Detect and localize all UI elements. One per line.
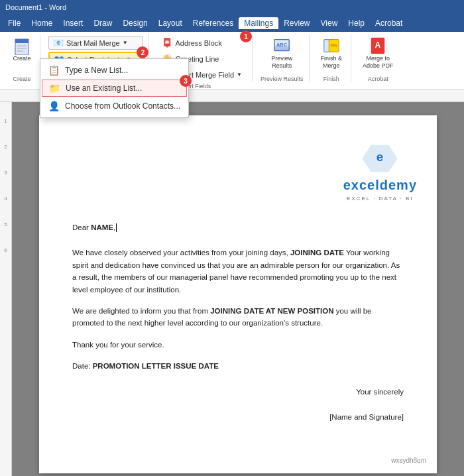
badge-3: 3 <box>180 75 192 87</box>
create-group-label: Create <box>13 76 30 82</box>
left-ruler: 1 2 3 4 5 6 <box>0 102 12 476</box>
finish-group-label: Finish <box>323 76 339 82</box>
closing-1: Your sincerely <box>72 386 404 398</box>
ribbon-group-acrobat: A Merge toAdobe PDF Acrobat <box>354 34 402 82</box>
menu-view[interactable]: View <box>316 17 343 29</box>
preview-icon: ABC <box>272 36 291 55</box>
menu-mailings[interactable]: Mailings <box>239 17 278 29</box>
start-mail-merge-button[interactable]: 📧 Start Mail Merge ▼ <box>48 36 143 50</box>
title-bar: Document1 - Word <box>0 0 464 15</box>
exceldemy-logo: e exceldemy EXCEL · DATA · BI <box>343 142 417 203</box>
paragraph-3: Thank you for your service. <box>72 339 404 351</box>
create-label: Create <box>13 55 30 62</box>
closing-area: Your sincerely [Name and Signature] <box>72 386 404 424</box>
new-position-field: JOINING DATE AT NEW POSITION <box>210 307 333 315</box>
exceldemy-tagline: EXCEL · DATA · BI <box>347 195 414 203</box>
document: e exceldemy EXCEL · DATA · BI Dear NAME,… <box>39 115 437 473</box>
title-text: Document1 - Word <box>5 3 66 11</box>
svg-text:FIN: FIN <box>330 43 337 48</box>
start-mail-merge-arrow: ▼ <box>123 40 128 46</box>
outlook-label: Choose from Outlook Contacts... <box>65 101 180 111</box>
menu-layout[interactable]: Layout <box>153 17 188 29</box>
finish-label: Finish &Merge <box>321 55 343 70</box>
dropdown-item-outlook[interactable]: 👤 Choose from Outlook Contacts... <box>40 97 188 115</box>
preview-results-button[interactable]: ABC PreviewResults <box>268 34 296 72</box>
badge-2: 2 <box>137 46 148 58</box>
exceldemy-icon-svg: e <box>360 142 400 175</box>
address-block-button[interactable]: 📮 Address Block <box>157 36 247 50</box>
ribbon-group-finish: FIN Finish &Merge Finish <box>312 34 352 82</box>
svg-rect-1 <box>15 39 29 43</box>
joining-date-field: JOINING DATE <box>290 249 344 257</box>
cursor <box>116 223 117 232</box>
preview-group-label: Preview Results <box>261 76 304 82</box>
menu-insert[interactable]: Insert <box>58 17 88 29</box>
merge-adobe-button[interactable]: A Merge toAdobe PDF <box>359 34 397 72</box>
name-field: NAME <box>91 223 113 231</box>
address-block-label: Address Block <box>175 39 221 47</box>
insert-merge-arrow: ▼ <box>237 72 242 78</box>
watermark: wxsydh8om <box>391 455 426 465</box>
badge-1: 1 <box>240 30 252 42</box>
paragraph-1: We have closely observed your activities… <box>72 247 404 296</box>
dropdown-menu: 📋 Type a New List... 📁 Use an Existing L… <box>40 58 189 118</box>
paragraph-2: We are delighted to inform you that from… <box>72 305 404 329</box>
exceldemy-name: exceldemy <box>343 175 417 195</box>
use-existing-icon: 📁 <box>49 83 60 93</box>
finish-merge-button[interactable]: FIN Finish &Merge <box>318 34 346 72</box>
dropdown-overlay: 📋 Type a New List... 📁 Use an Existing L… <box>40 58 189 118</box>
svg-rect-7 <box>274 46 289 51</box>
ribbon-group-preview: ABC PreviewResults Preview Results <box>255 34 310 82</box>
dropdown-item-type-new[interactable]: 📋 Type a New List... <box>40 62 188 79</box>
finish-icon: FIN <box>322 36 341 55</box>
outlook-icon: 👤 <box>48 101 60 111</box>
menu-file[interactable]: File <box>3 17 26 29</box>
issue-date-field: PROMOTION LETTER ISSUE DATE <box>93 362 219 370</box>
menu-design[interactable]: Design <box>117 17 152 29</box>
address-block-icon: 📮 <box>162 38 172 48</box>
create-button[interactable]: Create <box>9 34 34 64</box>
preview-label: PreviewResults <box>271 55 292 70</box>
create-icon <box>13 36 31 55</box>
svg-text:A: A <box>375 40 381 50</box>
svg-text:e: e <box>377 150 383 164</box>
menu-acrobat[interactable]: Acrobat <box>370 17 408 29</box>
document-container[interactable]: e exceldemy EXCEL · DATA · BI Dear NAME,… <box>12 102 464 476</box>
date-line: Date: PROMOTION LETTER ISSUE DATE <box>72 360 404 372</box>
menu-review[interactable]: Review <box>278 17 315 29</box>
acrobat-group-label: Acrobat <box>368 76 388 82</box>
letter-content: Dear NAME, We have closely observed your… <box>72 221 404 423</box>
use-existing-label: Use an Existing List... <box>66 84 142 93</box>
greeting-line: Dear NAME, <box>72 221 404 233</box>
start-mail-merge-label: Start Mail Merge <box>66 39 120 47</box>
dropdown-item-use-existing[interactable]: 📁 Use an Existing List... 3 <box>42 80 187 97</box>
closing-2: [Name and Signature] <box>72 411 404 423</box>
menu-draw[interactable]: Draw <box>88 17 117 29</box>
type-new-icon: 📋 <box>48 65 60 76</box>
start-mail-merge-icon: 📧 <box>53 38 64 48</box>
menu-bar: File Home Insert Draw Design Layout Refe… <box>0 15 464 32</box>
main-area: 1 2 3 4 5 6 e exceldemy EXCEL · DATA · B… <box>0 102 464 476</box>
menu-home[interactable]: Home <box>26 17 58 29</box>
acrobat-icon: A <box>369 36 387 55</box>
menu-help[interactable]: Help <box>343 17 370 29</box>
menu-references[interactable]: References <box>188 17 239 29</box>
acrobat-label: Merge toAdobe PDF <box>363 55 394 70</box>
ribbon-group-create: Create Create <box>4 34 40 82</box>
type-new-label: Type a New List... <box>65 66 128 75</box>
